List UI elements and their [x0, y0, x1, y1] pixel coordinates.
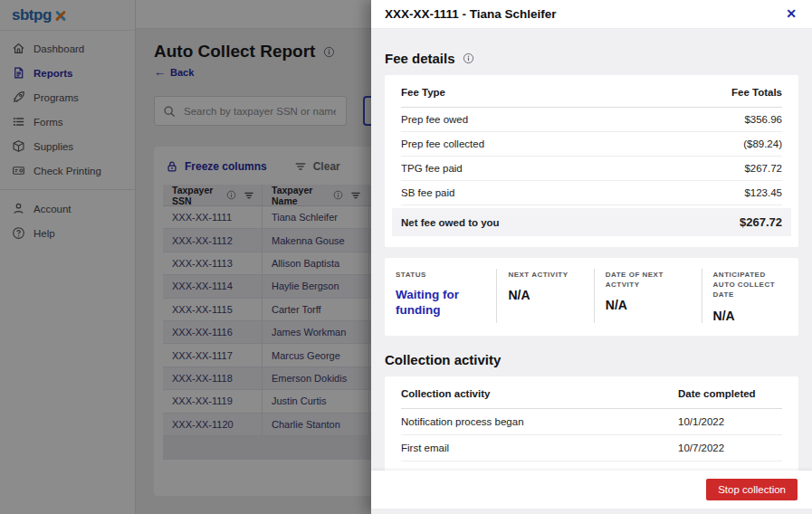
activity-name: Notification process began — [401, 416, 678, 427]
date-of-next-activity-value: N/A — [606, 298, 691, 312]
panel-footer: Stop collection — [371, 471, 812, 509]
panel-header: XXX-XX-1111 - Tiana Schleifer ✕ — [371, 0, 812, 29]
collection-activity-row: Notification process began 10/1/2022 — [401, 409, 782, 435]
fee-type: SB fee paid — [401, 187, 454, 198]
stop-collection-button[interactable]: Stop collection — [706, 479, 798, 500]
anticipated-auto-collect-date-label: ANTICIPATED AUTO COLLECT DATE — [713, 270, 788, 300]
status-label: STATUS — [396, 270, 485, 280]
fee-type: Prep fee collected — [401, 138, 484, 149]
fee-type: TPG fee paid — [401, 163, 463, 174]
date-of-next-activity-label: DATE OF NEXT ACTVITY — [606, 270, 691, 290]
fee-total: $267.72 — [740, 215, 782, 229]
next-activity-value: N/A — [508, 288, 582, 302]
app-root: sbtpg Dashboard Reports Programs — [0, 0, 812, 514]
detail-panel: XXX-XX-1111 - Tiana Schleifer ✕ Fee deta… — [371, 0, 812, 514]
collection-activity-row: First email 10/7/2022 — [401, 435, 782, 462]
collection-activity-heading: Collection activity — [385, 352, 798, 367]
fee-total: $356.96 — [744, 114, 782, 125]
fee-table-header: Fee Type Fee Totals — [401, 77, 782, 108]
close-button[interactable]: ✕ — [784, 5, 798, 23]
date-completed-column-header: Date completed — [678, 388, 782, 399]
fee-details-heading: Fee details — [385, 51, 455, 66]
fee-details-card: Fee Type Fee Totals Prep fee owed $356.9… — [385, 75, 798, 247]
activity-date: 10/7/2022 — [678, 443, 782, 453]
stop-collection-label: Stop collection — [718, 484, 786, 495]
net-fee-row: Net fee owed to you $267.72 — [392, 208, 791, 236]
fee-row: SB fee paid $123.45 — [401, 181, 782, 205]
status-value: Waiting for funding — [396, 288, 479, 319]
fee-total: $123.45 — [744, 187, 782, 198]
fee-total: $267.72 — [744, 163, 782, 174]
fee-type: Prep fee owed — [401, 114, 468, 125]
fee-totals-column-header: Fee Totals — [731, 87, 782, 98]
fee-row: Prep fee owed $356.96 — [401, 108, 782, 132]
fee-type: Net fee owed to you — [401, 217, 500, 228]
collection-table-header: Collection activity Date completed — [401, 378, 782, 409]
anticipated-auto-collect-date-value: N/A — [713, 309, 788, 323]
info-icon[interactable] — [463, 52, 474, 64]
activity-date: 10/1/2022 — [678, 416, 782, 427]
fee-row: TPG fee paid $267.72 — [401, 157, 782, 181]
panel-title: XXX-XX-1111 - Tiana Schleifer — [385, 7, 557, 21]
panel-body: Fee details Fee Type Fee Totals Prep fee… — [371, 51, 812, 488]
status-card: STATUS Waiting for funding NEXT ACTIVITY… — [385, 258, 798, 336]
fee-type-column-header: Fee Type — [401, 87, 445, 98]
fee-total: ($89.24) — [743, 138, 782, 149]
fee-row: Prep fee collected ($89.24) — [401, 132, 782, 157]
next-activity-label: NEXT ACTIVITY — [508, 270, 582, 280]
activity-name: First email — [401, 443, 678, 453]
collection-activity-column-header: Collection activity — [401, 388, 678, 399]
close-icon: ✕ — [786, 6, 797, 21]
